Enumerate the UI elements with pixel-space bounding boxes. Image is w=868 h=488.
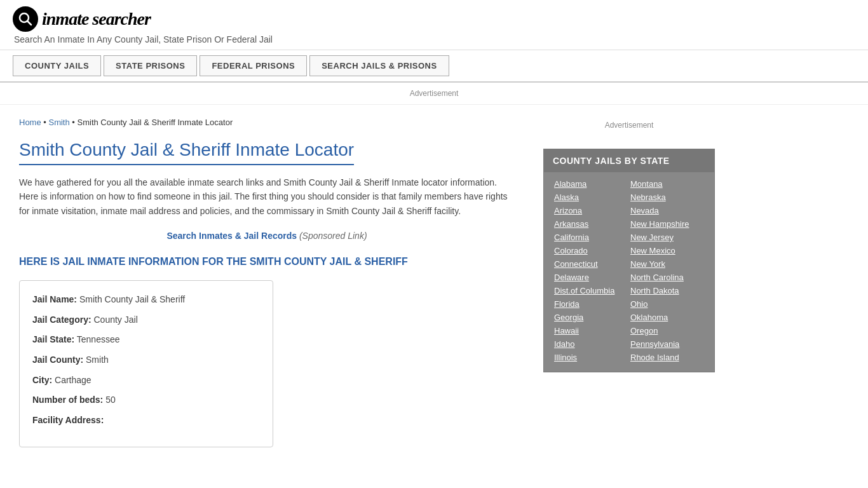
state-item[interactable]: Oregon (629, 324, 705, 337)
nav-state-prisons[interactable]: STATE PRISONS (104, 55, 197, 76)
breadcrumb-home[interactable]: Home (19, 118, 41, 127)
info-row-address: Facility Address: (32, 414, 260, 427)
sponsored-link[interactable]: Search Inmates & Jail Records (166, 231, 297, 241)
county-jails-box: COUNTY JAILS BY STATE AlabamaAlaskaArizo… (543, 149, 715, 372)
info-row-beds: Number of beds: 50 (32, 394, 260, 407)
info-row-county: Jail County: Smith (32, 354, 260, 367)
info-row-city: City: Carthage (32, 374, 260, 387)
state-item[interactable]: Arkansas (553, 217, 629, 231)
site-header: inmate searcher Search An Inmate In Any … (0, 0, 868, 50)
state-item[interactable]: Montana (629, 177, 705, 191)
state-item[interactable]: Ohio (629, 297, 705, 311)
page-title: Smith County Jail & Sheriff Inmate Locat… (19, 140, 354, 165)
state-item[interactable]: North Carolina (629, 271, 705, 284)
state-item[interactable]: Georgia (553, 311, 629, 324)
state-item[interactable]: Colorado (553, 244, 629, 257)
sponsored-link-section: Search Inmates & Jail Records (Sponsored… (19, 231, 515, 241)
state-item[interactable]: Oklahoma (629, 311, 705, 324)
svg-line-1 (27, 21, 31, 25)
sidebar-ad: Advertisement (543, 114, 715, 136)
county-jails-list: AlabamaAlaskaArizonaArkansasCaliforniaCo… (544, 172, 714, 372)
state-item[interactable]: California (553, 231, 629, 244)
info-box: Jail Name: Smith County Jail & Sheriff J… (19, 280, 273, 447)
nav-federal-prisons[interactable]: FEDERAL PRISONS (200, 55, 307, 76)
nav-county-jails[interactable]: COUNTY JAILS (13, 55, 101, 76)
logo-icon[interactable] (13, 6, 38, 32)
state-item[interactable]: Florida (553, 297, 629, 311)
county-jails-header: COUNTY JAILS BY STATE (544, 149, 714, 172)
state-item[interactable]: Alabama (553, 177, 629, 191)
state-item[interactable]: New Mexico (629, 244, 705, 257)
ad-bar: Advertisement (0, 83, 868, 105)
state-item[interactable]: New Hampshire (629, 217, 705, 231)
county-jails-title: COUNTY JAILS BY STATE (553, 156, 670, 166)
state-item[interactable]: Connecticut (553, 257, 629, 271)
nav-bar: COUNTY JAILS STATE PRISONS FEDERAL PRISO… (0, 50, 868, 83)
state-item[interactable]: Delaware (553, 271, 629, 284)
info-row-name: Jail Name: Smith County Jail & Sheriff (32, 294, 260, 306)
breadcrumb-current: Smith County Jail & Sheriff Inmate Locat… (78, 118, 233, 127)
sidebar: Advertisement COUNTY JAILS BY STATE Alab… (534, 105, 724, 473)
state-item[interactable]: New Jersey (629, 231, 705, 244)
breadcrumb-parent[interactable]: Smith (48, 118, 69, 127)
main-layout: Home • Smith • Smith County Jail & Sheri… (0, 105, 868, 473)
state-item[interactable]: Pennsylvania (629, 337, 705, 351)
page-description: We have gathered for you all the availab… (19, 175, 515, 218)
state-item[interactable]: Dist.of Columbia (553, 284, 629, 297)
state-item[interactable]: Idaho (553, 337, 629, 351)
content-area: Home • Smith • Smith County Jail & Sheri… (0, 105, 534, 473)
section-heading: HERE IS JAIL INMATE INFORMATION FOR THE … (19, 256, 515, 268)
state-item[interactable]: Hawaii (553, 324, 629, 337)
state-item[interactable]: Alaska (553, 191, 629, 204)
logo-area: inmate searcher (13, 6, 855, 32)
info-row-state: Jail State: Tennessee (32, 334, 260, 346)
breadcrumb: Home • Smith • Smith County Jail & Sheri… (19, 118, 515, 127)
state-item[interactable]: Rhode Island (629, 351, 705, 364)
state-item[interactable]: New York (629, 257, 705, 271)
state-item[interactable]: Nebraska (629, 191, 705, 204)
logo-text: inmate searcher (42, 9, 151, 29)
sponsored-label: (Sponsored Link) (299, 231, 367, 241)
tagline: Search An Inmate In Any County Jail, Sta… (14, 34, 855, 44)
state-item[interactable]: North Dakota (629, 284, 705, 297)
state-item[interactable]: Illinois (553, 351, 629, 364)
state-item[interactable]: Arizona (553, 204, 629, 217)
info-row-category: Jail Category: County Jail (32, 314, 260, 327)
state-item[interactable]: Nevada (629, 204, 705, 217)
nav-search-jails[interactable]: SEARCH JAILS & PRISONS (309, 55, 449, 76)
